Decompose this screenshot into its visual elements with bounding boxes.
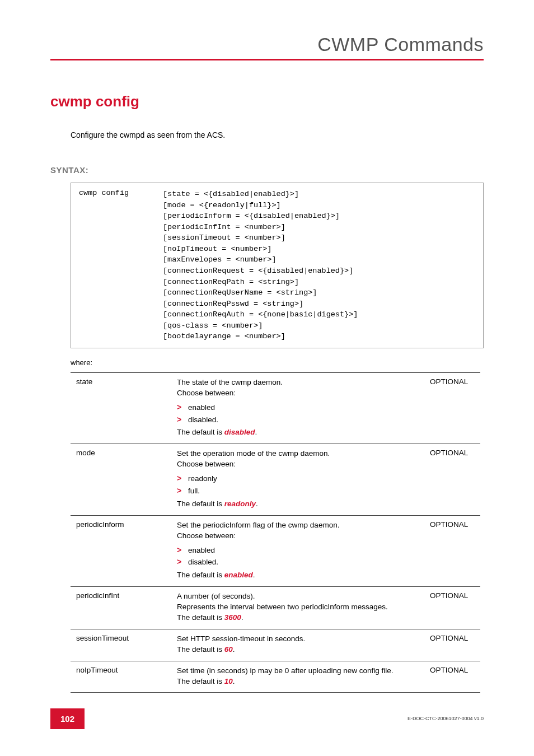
syntax-label: SYNTAX: bbox=[50, 165, 484, 175]
param-row: noIpTimeoutSet time (in seconds) ip may … bbox=[71, 661, 480, 693]
default-value: readonly bbox=[224, 500, 256, 508]
header-rule bbox=[50, 59, 484, 60]
param-description: The state of the cwmp daemon.Choose betw… bbox=[171, 372, 424, 444]
param-requirement: OPTIONAL bbox=[424, 372, 480, 444]
syntax-command: cwmp config bbox=[79, 189, 163, 342]
chevron-right-icon: > bbox=[177, 414, 188, 426]
doc-id: E-DOC-CTC-20061027-0004 v1.0 bbox=[407, 716, 484, 721]
param-name: noIpTimeout bbox=[71, 661, 171, 693]
param-requirement: OPTIONAL bbox=[424, 587, 480, 629]
page-number: 102 bbox=[50, 708, 85, 729]
param-requirement: OPTIONAL bbox=[424, 515, 480, 586]
default-value: disabled bbox=[224, 428, 255, 436]
param-description: Set HTTP session-timeout in seconds.The … bbox=[171, 629, 424, 661]
option-text: enabled bbox=[188, 403, 215, 413]
chevron-right-icon: > bbox=[177, 545, 188, 556]
param-requirement: OPTIONAL bbox=[424, 661, 480, 693]
param-row: sessionTimeoutSet HTTP session-timeout i… bbox=[71, 629, 480, 661]
chevron-right-icon: > bbox=[177, 557, 188, 568]
option-text: readonly bbox=[188, 474, 217, 484]
default-value: enabled bbox=[224, 571, 253, 579]
command-title: cwmp config bbox=[50, 93, 484, 110]
param-description: Set the operation mode of the cwmp daemo… bbox=[171, 444, 424, 515]
option-text: disabled. bbox=[188, 415, 218, 426]
option-text: disabled. bbox=[188, 557, 218, 568]
default-value: 60 bbox=[224, 645, 233, 654]
param-row: modeSet the operation mode of the cwmp d… bbox=[71, 444, 480, 515]
param-name: periodicInform bbox=[71, 515, 171, 586]
param-row: stateThe state of the cwmp daemon.Choose… bbox=[71, 372, 480, 444]
param-name: sessionTimeout bbox=[71, 629, 171, 661]
chevron-right-icon: > bbox=[177, 486, 188, 497]
page-header-title: CWMP Commands bbox=[50, 34, 484, 55]
chevron-right-icon: > bbox=[177, 402, 188, 413]
chevron-right-icon: > bbox=[177, 473, 188, 484]
param-requirement: OPTIONAL bbox=[424, 629, 480, 661]
option-text: enabled bbox=[188, 545, 215, 556]
param-row: periodicInformSet the periodicInform fla… bbox=[71, 515, 480, 586]
param-row: periodicInfIntA number (of seconds).Repr… bbox=[71, 587, 480, 629]
where-label: where: bbox=[71, 358, 484, 367]
parameters-table: stateThe state of the cwmp daemon.Choose… bbox=[71, 372, 480, 693]
syntax-arguments: [state = <{disabled|enabled}>] [mode = <… bbox=[163, 189, 358, 342]
syntax-box: cwmp config [state = <{disabled|enabled}… bbox=[71, 183, 484, 348]
param-description: A number (of seconds).Represents the int… bbox=[171, 587, 424, 629]
param-description: Set time (in seconds) ip may be 0 after … bbox=[171, 661, 424, 693]
param-name: state bbox=[71, 372, 171, 444]
option-text: full. bbox=[188, 486, 200, 497]
default-value: 3600 bbox=[224, 613, 241, 622]
param-requirement: OPTIONAL bbox=[424, 444, 480, 515]
param-name: mode bbox=[71, 444, 171, 515]
default-value: 10 bbox=[224, 677, 233, 685]
command-description: Configure the cwmpd as seen from the ACS… bbox=[71, 130, 484, 139]
param-name: periodicInfInt bbox=[71, 587, 171, 629]
param-description: Set the periodicInform flag of the cwmp … bbox=[171, 515, 424, 586]
